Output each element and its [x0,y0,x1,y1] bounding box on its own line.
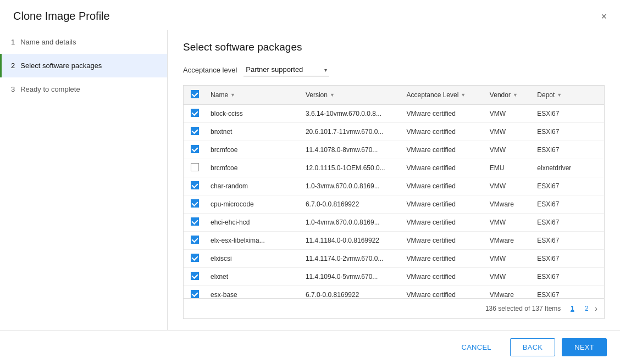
dialog-body: 1 Name and details 2 Select software pac… [0,30,620,330]
row-vendor-8: VMW [485,250,533,268]
row-version-10: 6.7.0-0.0.8169922 [301,286,402,299]
sidebar-item-software-packages[interactable]: 2 Select software packages [0,54,167,77]
row-acceptance-9: VMware certified [402,268,485,286]
row-checkbox-9[interactable] [191,272,199,280]
sidebar-item-ready-to-complete[interactable]: 3 Ready to complete [0,77,167,101]
table-row: brcmfcoe 11.4.1078.0-8vmw.670... VMware … [184,141,604,159]
row-acceptance-2: VMware certified [402,141,485,159]
sidebar-item-name-details[interactable]: 1 Name and details [0,30,167,54]
table-row: block-cciss 3.6.14-10vmw.670.0.0.8... VM… [184,105,604,123]
row-depot-0: ESXi67 [533,105,604,123]
acceptance-sort-icon: ▼ [461,92,466,98]
row-checkbox-5[interactable] [191,199,199,208]
packages-table: Name ▼ Version ▼ [184,86,604,298]
row-vendor-5: VMware [485,195,533,214]
row-version-9: 11.4.1094.0-5vmw.670... [301,268,402,286]
selection-count: 136 selected of 137 Items [485,305,561,312]
col-header-acceptance[interactable]: Acceptance Level ▼ [402,86,485,105]
row-vendor-2: VMW [485,141,533,159]
row-acceptance-1: VMware certified [402,123,485,141]
table-row: brcmfcoe 12.0.1115.0-1OEM.650.0... VMwar… [184,159,604,177]
row-checkbox-7[interactable] [191,236,199,244]
page-1[interactable]: 1 [566,303,578,315]
select-all-checkbox[interactable] [191,90,199,98]
col-header-name[interactable]: Name ▼ [206,86,301,105]
row-acceptance-6: VMware certified [402,214,485,232]
row-acceptance-4: VMware certified [402,177,485,195]
row-vendor-1: VMW [485,123,533,141]
acceptance-select-wrapper[interactable]: Partner supported VMware certified Commu… [243,63,329,76]
row-name-3: brcmfcoe [206,159,301,177]
main-content: Select software packages Acceptance leve… [168,30,620,330]
row-depot-3: elxnetdriver [533,159,604,177]
row-checkbox-1[interactable] [191,127,199,135]
table-footer: 136 selected of 137 Items 1 2 › [184,298,604,318]
row-version-8: 11.4.1174.0-2vmw.670.0... [301,250,402,268]
sidebar: 1 Name and details 2 Select software pac… [0,30,168,330]
row-checkbox-10[interactable] [191,290,199,298]
row-vendor-7: VMware [485,232,533,250]
page-next-icon[interactable]: › [595,304,597,313]
row-name-5: cpu-microcode [206,195,301,214]
step2-label: Select software packages [20,61,102,70]
acceptance-row: Acceptance level Partner supported VMwar… [183,63,605,76]
row-checkbox-3[interactable] [191,163,199,171]
vendor-sort-icon: ▼ [513,92,518,98]
row-name-6: ehci-ehci-hcd [206,214,301,232]
row-checkbox-6[interactable] [191,217,199,226]
row-depot-6: ESXi67 [533,214,604,232]
row-version-6: 1.0-4vmw.670.0.0.8169... [301,214,402,232]
page-2[interactable]: 2 [580,303,593,315]
row-acceptance-5: VMware certified [402,195,485,214]
back-button[interactable]: BACK [510,338,555,356]
row-name-0: block-cciss [206,105,301,123]
row-checkbox-2[interactable] [191,145,199,153]
clone-image-profile-dialog: Clone Image Profile × 1 Name and details… [0,0,620,364]
table-row: elx-esx-libelxima... 11.4.1184.0-0.0.816… [184,232,604,250]
row-version-4: 1.0-3vmw.670.0.0.8169... [301,177,402,195]
next-button[interactable]: NEXT [562,338,607,356]
section-title: Select software packages [183,41,605,53]
row-name-9: elxnet [206,268,301,286]
col-header-version[interactable]: Version ▼ [301,86,402,105]
step2-num: 2 [11,61,15,70]
table-row: bnxtnet 20.6.101.7-11vmw.670.0... VMware… [184,123,604,141]
table-row: elxiscsi 11.4.1174.0-2vmw.670.0... VMwar… [184,250,604,268]
row-acceptance-3: VMware certified [402,159,485,177]
table-row: elxnet 11.4.1094.0-5vmw.670... VMware ce… [184,268,604,286]
row-version-3: 12.0.1115.0-1OEM.650.0... [301,159,402,177]
dialog-title: Clone Image Profile [13,10,110,23]
dialog-footer: CANCEL BACK NEXT [0,330,620,364]
row-version-7: 11.4.1184.0-0.0.8169922 [301,232,402,250]
table-row: ehci-ehci-hcd 1.0-4vmw.670.0.0.8169... V… [184,214,604,232]
table-row: cpu-microcode 6.7.0-0.0.8169922 VMware c… [184,195,604,214]
row-acceptance-10: VMware certified [402,286,485,299]
col-header-vendor[interactable]: Vendor ▼ [485,86,533,105]
col-header-depot[interactable]: Depot ▼ [533,86,604,105]
row-checkbox-0[interactable] [191,109,199,117]
row-version-0: 3.6.14-10vmw.670.0.0.8... [301,105,402,123]
close-button[interactable]: × [601,12,607,21]
step1-label: Name and details [20,38,76,46]
col-header-check [184,86,206,105]
version-sort-icon: ▼ [330,92,335,98]
row-vendor-3: EMU [485,159,533,177]
row-depot-1: ESXi67 [533,123,604,141]
dialog-header: Clone Image Profile × [0,0,620,30]
table-scroll[interactable]: Name ▼ Version ▼ [184,86,604,298]
row-checkbox-8[interactable] [191,254,199,262]
row-acceptance-0: VMware certified [402,105,485,123]
step3-label: Ready to complete [20,85,80,93]
row-acceptance-8: VMware certified [402,250,485,268]
row-name-7: elx-esx-libelxima... [206,232,301,250]
row-depot-4: ESXi67 [533,177,604,195]
row-vendor-0: VMW [485,105,533,123]
row-name-4: char-random [206,177,301,195]
cancel-button[interactable]: CANCEL [450,339,503,356]
depot-sort-icon: ▼ [557,92,562,98]
acceptance-label: Acceptance level [183,66,237,74]
row-vendor-4: VMW [485,177,533,195]
row-checkbox-4[interactable] [191,181,199,189]
row-name-8: elxiscsi [206,250,301,268]
acceptance-select[interactable]: Partner supported VMware certified Commu… [243,63,329,76]
